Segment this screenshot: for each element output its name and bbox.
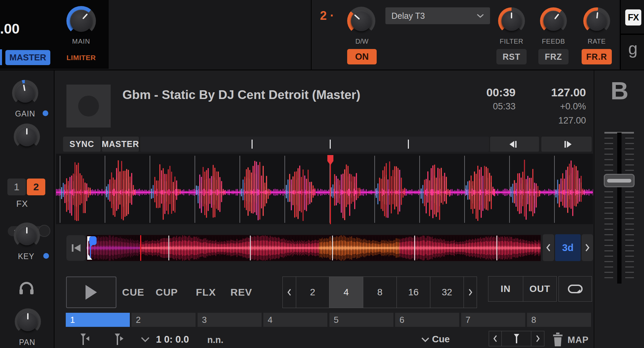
skip-to-start-icon <box>71 244 81 252</box>
loop-size-2[interactable]: 2 <box>296 277 329 308</box>
pan-knob[interactable] <box>15 308 41 335</box>
loop-size-smaller-button[interactable] <box>283 277 296 308</box>
deck-master-button[interactable]: MASTER <box>102 137 139 152</box>
stripe-canvas[interactable] <box>87 235 541 261</box>
fx-preset-value: Delay T3 <box>391 11 425 21</box>
sync-button[interactable]: SYNC <box>63 137 101 152</box>
key-display[interactable]: n.n. <box>207 335 223 345</box>
cue-button[interactable]: CUE <box>122 286 146 299</box>
drywet-label: D/W <box>348 38 376 45</box>
fx-filter-knob[interactable] <box>498 7 525 34</box>
fx-on-button[interactable]: ON <box>347 49 377 64</box>
loop-active-button[interactable] <box>558 276 592 302</box>
fx-drywet-knob[interactable] <box>347 7 375 35</box>
zoom-level-display[interactable]: 3d <box>555 234 581 261</box>
gain-knob[interactable] <box>12 80 38 106</box>
main-volume-knob[interactable] <box>66 6 96 36</box>
prev-cue-button[interactable] <box>76 333 93 346</box>
time-elapsed[interactable]: 00:39 <box>465 86 516 99</box>
flx-button[interactable]: FLX <box>196 286 220 299</box>
fx-assign-2-button[interactable]: 2 <box>27 179 45 195</box>
snap-button-edge[interactable] <box>0 49 2 65</box>
loop-out-button[interactable]: OUT <box>523 276 557 302</box>
cue-type-dropdown[interactable]: Cue <box>432 334 450 345</box>
next-cue-button[interactable] <box>111 333 127 346</box>
chevron-left-icon <box>546 244 551 252</box>
loop-size-16[interactable]: 16 <box>397 277 430 308</box>
zoom-in-button[interactable] <box>582 234 593 261</box>
rev-button[interactable]: REV <box>230 286 255 299</box>
play-button[interactable] <box>66 277 116 308</box>
pan-label: PAN <box>12 338 42 347</box>
chevron-left-icon <box>493 335 497 342</box>
loop-size-4-active[interactable]: 4 <box>329 277 363 308</box>
loop-size-32[interactable]: 32 <box>430 277 464 308</box>
master-clock-button[interactable]: MASTER <box>5 50 50 65</box>
hotcue-6[interactable]: 6 <box>395 313 459 327</box>
fx-rst-button[interactable]: RST <box>496 49 527 64</box>
key-active-dot <box>43 253 49 259</box>
waveform-canvas[interactable] <box>56 154 593 224</box>
hotcue-5[interactable]: 5 <box>329 313 393 327</box>
cue-step-forward-button[interactable] <box>531 331 544 346</box>
delete-cue-trash-icon[interactable] <box>552 332 564 347</box>
loop-in-button[interactable]: IN <box>488 276 523 302</box>
loop-size-8[interactable]: 8 <box>363 277 397 308</box>
phase-tick <box>408 140 409 149</box>
loop-size-larger-button[interactable] <box>464 277 477 308</box>
skip-to-start-button[interactable] <box>66 235 86 261</box>
waveform-display[interactable] <box>56 154 593 224</box>
cue-step-back-button[interactable] <box>489 331 502 346</box>
fx-logo[interactable]: FX <box>625 9 641 26</box>
phase-tick <box>330 140 331 149</box>
master-level-value: .00 <box>0 21 19 37</box>
beatjump-forward-icon <box>561 140 572 148</box>
chevron-down-icon <box>477 13 484 18</box>
chevron-down-icon[interactable] <box>421 337 429 342</box>
hotcue-8[interactable]: 8 <box>527 313 591 327</box>
beatjump-forward-button[interactable] <box>541 137 592 152</box>
hotcue-7[interactable]: 7 <box>461 313 525 327</box>
fx-frz-button[interactable]: FRZ <box>538 49 569 64</box>
limiter-label: LIMITER <box>62 54 100 62</box>
hotcue-4[interactable]: 4 <box>263 313 327 327</box>
fx-frr-button[interactable]: FR.R <box>582 49 612 64</box>
knob-pointer <box>82 13 88 19</box>
knob-pointer <box>27 313 29 319</box>
time-remaining[interactable]: 05:33 <box>465 101 516 112</box>
quantize-icon[interactable]: g <box>621 39 644 58</box>
filter-knob[interactable] <box>14 123 40 150</box>
zoom-out-button[interactable] <box>543 234 554 261</box>
bpm-display[interactable]: 127.00 <box>536 86 586 99</box>
track-overview-stripe[interactable] <box>87 235 541 261</box>
tempo-offset[interactable]: +0.0% <box>536 101 586 112</box>
fx-assign-1-button[interactable]: 1 <box>7 179 26 195</box>
tempo-fader-handle[interactable] <box>604 174 635 187</box>
hotcue-2[interactable]: 2 <box>131 313 196 327</box>
fx-feedb-label: FEEDB <box>533 38 574 45</box>
map-button[interactable]: MAP <box>568 335 589 345</box>
album-art[interactable] <box>66 85 111 128</box>
hotcue-1[interactable]: 1 <box>66 313 130 327</box>
loop-size-selector: 2 4 8 16 32 <box>282 277 477 308</box>
fx-rate-knob[interactable] <box>583 7 610 34</box>
phase-meter[interactable] <box>140 137 489 152</box>
traktor-window: .00 MASTER MAIN LIMITER 2 · D/W ON Delay… <box>0 0 644 348</box>
knob-pointer <box>23 85 25 91</box>
tempo-fader-strip: B <box>594 70 644 348</box>
fx-preset-dropdown[interactable]: Delay T3 <box>385 7 490 24</box>
hotcue-3[interactable]: 3 <box>198 313 262 327</box>
cue-marker-button[interactable] <box>502 331 531 346</box>
headphones-cue-icon[interactable] <box>19 281 34 295</box>
beatjump-back-button[interactable] <box>490 137 539 152</box>
chevron-down-icon[interactable] <box>141 337 150 342</box>
tempo-fader-track[interactable] <box>617 133 622 284</box>
divider <box>621 34 644 35</box>
bpm-base: 127.00 <box>536 115 586 126</box>
key-knob[interactable] <box>14 222 40 249</box>
beat-position-display: 1 0: 0.0 <box>156 334 189 345</box>
cup-button[interactable]: CUP <box>156 286 180 299</box>
filter-on-toggle[interactable] <box>38 225 50 237</box>
fx-feedback-knob[interactable] <box>540 7 567 34</box>
knob-pointer <box>26 128 28 134</box>
